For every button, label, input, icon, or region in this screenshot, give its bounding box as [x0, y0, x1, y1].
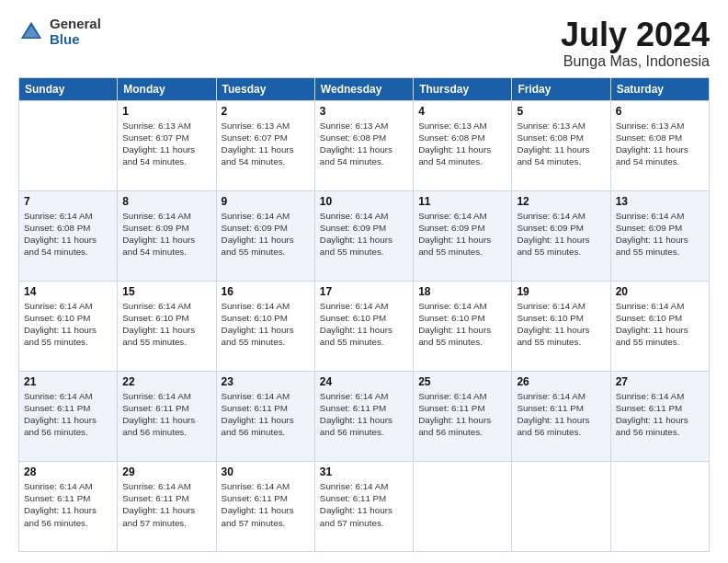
table-row: 26Sunrise: 6:14 AM Sunset: 6:11 PM Dayli…	[512, 371, 610, 461]
table-row: 18Sunrise: 6:14 AM Sunset: 6:10 PM Dayli…	[414, 281, 512, 371]
day-number: 27	[616, 375, 704, 388]
day-number: 5	[517, 105, 605, 118]
logo-blue-label: Blue	[50, 32, 101, 48]
day-number: 20	[616, 285, 704, 298]
day-info: Sunrise: 6:14 AM Sunset: 6:08 PM Dayligh…	[24, 210, 112, 259]
page: General Blue July 2024 Bunga Mas, Indone…	[0, 0, 728, 563]
day-info: Sunrise: 6:14 AM Sunset: 6:10 PM Dayligh…	[222, 300, 310, 349]
table-row: 31Sunrise: 6:14 AM Sunset: 6:11 PM Dayli…	[314, 461, 413, 551]
day-number: 19	[517, 285, 605, 298]
day-info: Sunrise: 6:14 AM Sunset: 6:11 PM Dayligh…	[320, 480, 408, 529]
day-number: 13	[616, 195, 704, 208]
day-number: 9	[222, 195, 310, 208]
table-row: 19Sunrise: 6:14 AM Sunset: 6:10 PM Dayli…	[512, 281, 610, 371]
day-info: Sunrise: 6:14 AM Sunset: 6:11 PM Dayligh…	[24, 480, 112, 529]
day-info: Sunrise: 6:13 AM Sunset: 6:08 PM Dayligh…	[418, 120, 506, 168]
day-info: Sunrise: 6:14 AM Sunset: 6:11 PM Dayligh…	[517, 390, 605, 439]
day-info: Sunrise: 6:14 AM Sunset: 6:11 PM Dayligh…	[24, 390, 112, 439]
day-number: 29	[122, 465, 210, 478]
table-row: 8Sunrise: 6:14 AM Sunset: 6:09 PM Daylig…	[118, 190, 216, 281]
col-saturday: Saturday	[610, 77, 709, 100]
table-row: 13Sunrise: 6:14 AM Sunset: 6:09 PM Dayli…	[610, 190, 709, 281]
day-number: 3	[320, 105, 408, 118]
table-row: 6Sunrise: 6:13 AM Sunset: 6:08 PM Daylig…	[610, 100, 709, 190]
location: Bunga Mas, Indonesia	[561, 53, 710, 70]
day-info: Sunrise: 6:14 AM Sunset: 6:10 PM Dayligh…	[616, 300, 704, 349]
day-info: Sunrise: 6:14 AM Sunset: 6:09 PM Dayligh…	[222, 210, 310, 259]
table-row	[19, 100, 118, 190]
logo-text: General Blue	[50, 17, 101, 47]
table-row: 5Sunrise: 6:13 AM Sunset: 6:08 PM Daylig…	[512, 100, 610, 190]
day-info: Sunrise: 6:14 AM Sunset: 6:10 PM Dayligh…	[320, 300, 408, 349]
day-info: Sunrise: 6:13 AM Sunset: 6:08 PM Dayligh…	[616, 120, 704, 168]
day-info: Sunrise: 6:13 AM Sunset: 6:07 PM Dayligh…	[122, 120, 210, 168]
col-friday: Friday	[512, 77, 610, 100]
table-row: 21Sunrise: 6:14 AM Sunset: 6:11 PM Dayli…	[19, 371, 118, 461]
title-block: July 2024 Bunga Mas, Indonesia	[561, 17, 710, 70]
logo-icon	[18, 19, 44, 45]
calendar-table: Sunday Monday Tuesday Wednesday Thursday…	[18, 77, 710, 552]
logo-general-label: General	[50, 17, 101, 32]
day-number: 26	[517, 375, 605, 388]
day-number: 7	[24, 195, 112, 208]
table-row: 25Sunrise: 6:14 AM Sunset: 6:11 PM Dayli…	[414, 371, 512, 461]
table-row: 30Sunrise: 6:14 AM Sunset: 6:11 PM Dayli…	[216, 461, 314, 551]
day-number: 11	[418, 195, 506, 208]
day-number: 18	[418, 285, 506, 298]
calendar-week-row: 7Sunrise: 6:14 AM Sunset: 6:08 PM Daylig…	[19, 190, 710, 281]
day-number: 12	[517, 195, 605, 208]
table-row: 14Sunrise: 6:14 AM Sunset: 6:10 PM Dayli…	[19, 281, 118, 371]
calendar-week-row: 21Sunrise: 6:14 AM Sunset: 6:11 PM Dayli…	[19, 371, 710, 461]
day-info: Sunrise: 6:14 AM Sunset: 6:11 PM Dayligh…	[222, 390, 310, 439]
table-row: 16Sunrise: 6:14 AM Sunset: 6:10 PM Dayli…	[216, 281, 314, 371]
day-info: Sunrise: 6:14 AM Sunset: 6:10 PM Dayligh…	[24, 300, 112, 349]
day-info: Sunrise: 6:14 AM Sunset: 6:11 PM Dayligh…	[418, 390, 506, 439]
day-info: Sunrise: 6:13 AM Sunset: 6:08 PM Dayligh…	[320, 120, 408, 168]
table-row: 2Sunrise: 6:13 AM Sunset: 6:07 PM Daylig…	[216, 100, 314, 190]
calendar-week-row: 28Sunrise: 6:14 AM Sunset: 6:11 PM Dayli…	[19, 461, 710, 551]
day-number: 10	[320, 195, 408, 208]
day-info: Sunrise: 6:14 AM Sunset: 6:09 PM Dayligh…	[418, 210, 506, 259]
calendar-header-row: Sunday Monday Tuesday Wednesday Thursday…	[19, 77, 710, 100]
day-info: Sunrise: 6:14 AM Sunset: 6:11 PM Dayligh…	[320, 390, 408, 439]
table-row: 10Sunrise: 6:14 AM Sunset: 6:09 PM Dayli…	[314, 190, 413, 281]
day-info: Sunrise: 6:13 AM Sunset: 6:07 PM Dayligh…	[222, 120, 310, 168]
table-row: 7Sunrise: 6:14 AM Sunset: 6:08 PM Daylig…	[19, 190, 118, 281]
col-monday: Monday	[118, 77, 216, 100]
col-thursday: Thursday	[414, 77, 512, 100]
table-row: 11Sunrise: 6:14 AM Sunset: 6:09 PM Dayli…	[414, 190, 512, 281]
day-info: Sunrise: 6:14 AM Sunset: 6:10 PM Dayligh…	[418, 300, 506, 349]
col-sunday: Sunday	[19, 77, 118, 100]
day-number: 24	[320, 375, 408, 388]
day-info: Sunrise: 6:14 AM Sunset: 6:09 PM Dayligh…	[517, 210, 605, 259]
day-number: 2	[222, 105, 310, 118]
table-row: 9Sunrise: 6:14 AM Sunset: 6:09 PM Daylig…	[216, 190, 314, 281]
day-number: 15	[122, 285, 210, 298]
day-number: 1	[122, 105, 210, 118]
calendar-week-row: 14Sunrise: 6:14 AM Sunset: 6:10 PM Dayli…	[19, 281, 710, 371]
table-row: 1Sunrise: 6:13 AM Sunset: 6:07 PM Daylig…	[118, 100, 216, 190]
table-row: 24Sunrise: 6:14 AM Sunset: 6:11 PM Dayli…	[314, 371, 413, 461]
table-row: 27Sunrise: 6:14 AM Sunset: 6:11 PM Dayli…	[610, 371, 709, 461]
day-number: 17	[320, 285, 408, 298]
day-info: Sunrise: 6:14 AM Sunset: 6:10 PM Dayligh…	[517, 300, 605, 349]
table-row: 28Sunrise: 6:14 AM Sunset: 6:11 PM Dayli…	[19, 461, 118, 551]
table-row: 22Sunrise: 6:14 AM Sunset: 6:11 PM Dayli…	[118, 371, 216, 461]
day-number: 8	[122, 195, 210, 208]
table-row: 29Sunrise: 6:14 AM Sunset: 6:11 PM Dayli…	[118, 461, 216, 551]
day-number: 16	[222, 285, 310, 298]
day-info: Sunrise: 6:14 AM Sunset: 6:11 PM Dayligh…	[122, 390, 210, 439]
day-info: Sunrise: 6:14 AM Sunset: 6:09 PM Dayligh…	[616, 210, 704, 259]
day-info: Sunrise: 6:14 AM Sunset: 6:09 PM Dayligh…	[122, 210, 210, 259]
table-row: 3Sunrise: 6:13 AM Sunset: 6:08 PM Daylig…	[314, 100, 413, 190]
table-row: 15Sunrise: 6:14 AM Sunset: 6:10 PM Dayli…	[118, 281, 216, 371]
day-number: 22	[122, 375, 210, 388]
table-row	[512, 461, 610, 551]
table-row	[414, 461, 512, 551]
day-number: 6	[616, 105, 704, 118]
day-number: 30	[222, 465, 310, 478]
day-number: 28	[24, 465, 112, 478]
table-row: 12Sunrise: 6:14 AM Sunset: 6:09 PM Dayli…	[512, 190, 610, 281]
day-number: 25	[418, 375, 506, 388]
table-row: 20Sunrise: 6:14 AM Sunset: 6:10 PM Dayli…	[610, 281, 709, 371]
